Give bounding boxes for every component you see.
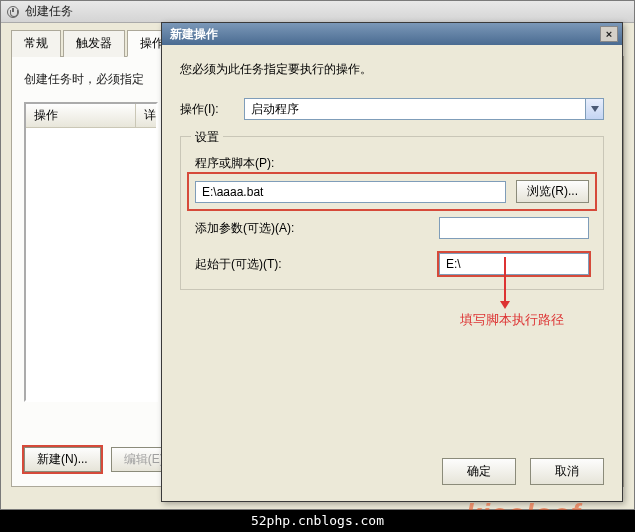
action-label: 操作(I): — [180, 101, 244, 118]
actions-listview[interactable]: 操作 详 — [24, 102, 158, 402]
args-row: 添加参数(可选)(A): — [195, 217, 589, 239]
startin-label: 起始于(可选)(T): — [195, 256, 439, 273]
action-combo-value: 启动程序 — [245, 99, 585, 119]
settings-legend: 设置 — [191, 129, 223, 146]
clock-icon — [7, 6, 19, 18]
footer-bar: 52php.cnblogs.com — [0, 510, 635, 532]
action-field-row: 操作(I): 启动程序 — [180, 98, 604, 120]
dialog-button-row: 确定 取消 — [442, 458, 604, 485]
chevron-down-icon[interactable] — [585, 99, 603, 119]
tab-general[interactable]: 常规 — [11, 30, 61, 57]
args-label: 添加参数(可选)(A): — [195, 220, 439, 237]
startin-row: 起始于(可选)(T): — [195, 253, 589, 275]
dialog-title: 新建操作 — [170, 26, 218, 43]
new-button[interactable]: 新建(N)... — [24, 447, 101, 472]
parent-title: 创建任务 — [25, 3, 73, 20]
close-button[interactable]: × — [600, 26, 618, 42]
program-label: 程序或脚本(P): — [195, 156, 274, 170]
tab-triggers[interactable]: 触发器 — [63, 30, 125, 57]
settings-groupbox: 设置 程序或脚本(P): 浏览(R)... 添加参数(可选)(A): 起始于(可… — [180, 136, 604, 290]
annotation-text: 填写脚本执行路径 — [460, 311, 564, 329]
browse-button[interactable]: 浏览(R)... — [516, 180, 589, 203]
listview-header: 操作 详 — [26, 104, 156, 128]
annotation-arrow-icon — [500, 257, 510, 307]
args-input[interactable] — [439, 217, 589, 239]
action-combobox[interactable]: 启动程序 — [244, 98, 604, 120]
dialog-body: 您必须为此任务指定要执行的操作。 操作(I): 启动程序 设置 程序或脚本(P)… — [162, 45, 622, 501]
program-row: 浏览(R)... — [189, 174, 595, 209]
svg-marker-0 — [591, 106, 599, 112]
ok-button[interactable]: 确定 — [442, 458, 516, 485]
program-input[interactable] — [195, 181, 506, 203]
new-action-dialog: 新建操作 × 您必须为此任务指定要执行的操作。 操作(I): 启动程序 设置 程… — [161, 22, 623, 502]
cancel-button[interactable]: 取消 — [530, 458, 604, 485]
col-action[interactable]: 操作 — [26, 104, 136, 127]
startin-input[interactable] — [439, 253, 589, 275]
parent-titlebar: 创建任务 — [1, 1, 634, 23]
dialog-titlebar[interactable]: 新建操作 × — [162, 23, 622, 45]
dialog-description: 您必须为此任务指定要执行的操作。 — [180, 61, 604, 78]
